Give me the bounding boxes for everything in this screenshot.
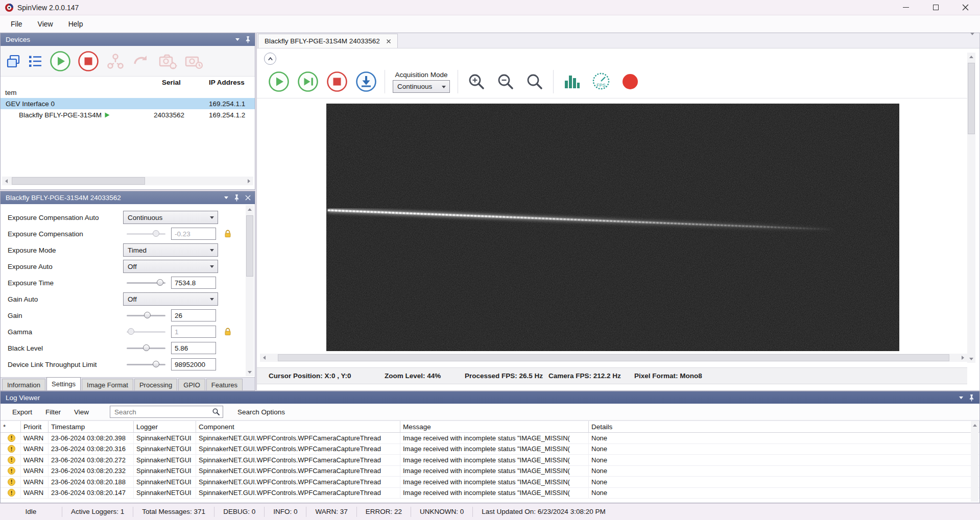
menu-file[interactable]: File xyxy=(3,17,30,31)
column-header-ip[interactable]: IP Address xyxy=(209,79,245,86)
column-header-serial[interactable]: Serial xyxy=(162,79,181,86)
scrollbar-thumb[interactable] xyxy=(12,177,145,185)
column-header-timestamp[interactable]: Timestamp xyxy=(49,421,134,432)
collapse-toolbar-button[interactable] xyxy=(264,53,276,65)
record-icon[interactable] xyxy=(619,71,641,92)
panel-menu-chevron-icon[interactable] xyxy=(235,38,240,41)
save-images-icon[interactable] xyxy=(355,71,377,92)
log-row[interactable]: ! WARN 23-06-2024 03:08:20.316 Spinnaker… xyxy=(1,444,979,455)
lock-icon[interactable] xyxy=(224,230,232,238)
scroll-left-button[interactable] xyxy=(260,354,269,362)
log-menu-view[interactable]: View xyxy=(67,406,95,418)
settings-vertical-scrollbar[interactable] xyxy=(246,205,254,376)
tab-settings[interactable]: Settings xyxy=(46,377,81,390)
stop-icon[interactable] xyxy=(326,71,348,92)
column-header-component[interactable]: Component xyxy=(196,421,400,432)
scrollbar-thumb[interactable] xyxy=(246,215,253,277)
scroll-up-button[interactable] xyxy=(967,53,975,61)
exposure-compensation-auto-dropdown[interactable]: Continuous xyxy=(123,211,218,224)
close-button[interactable] xyxy=(950,0,980,15)
scroll-right-button[interactable] xyxy=(245,177,253,185)
search-options-button[interactable]: Search Options xyxy=(231,406,292,418)
exposure-compensation-input[interactable] xyxy=(171,228,216,240)
log-row[interactable]: ! WARN 23-06-2024 03:08:20.147 Spinnaker… xyxy=(1,488,979,499)
black-level-slider[interactable] xyxy=(127,341,165,355)
scrollbar-thumb[interactable] xyxy=(968,63,975,134)
image-horizontal-scrollbar[interactable] xyxy=(260,354,967,362)
panel-menu-chevron-icon[interactable] xyxy=(224,196,228,199)
log-menu-filter[interactable]: Filter xyxy=(39,406,67,418)
pin-icon[interactable] xyxy=(969,394,974,402)
column-header-details[interactable]: Details xyxy=(589,421,979,432)
acquisition-mode-dropdown[interactable]: Continuous xyxy=(393,80,450,93)
gamma-input[interactable] xyxy=(171,326,216,338)
log-row[interactable]: ! WARN 23-06-2024 03:08:20.188 Spinnaker… xyxy=(1,477,979,488)
tab-features[interactable]: Features xyxy=(206,379,243,390)
exposure-time-slider[interactable] xyxy=(127,276,165,289)
tab-gpio[interactable]: GPIO xyxy=(178,379,205,390)
tab-overflow-chevron-icon[interactable] xyxy=(970,35,974,43)
column-header-star[interactable]: * xyxy=(1,421,21,432)
column-header-item[interactable]: tem xyxy=(5,89,17,96)
black-level-input[interactable] xyxy=(171,342,216,354)
exposure-compensation-slider[interactable] xyxy=(127,227,165,240)
scroll-down-button[interactable] xyxy=(246,368,254,376)
device-link-throughput-slider[interactable] xyxy=(127,358,165,371)
scroll-up-button[interactable] xyxy=(971,421,979,429)
panel-close-icon[interactable] xyxy=(245,195,251,201)
play-icon[interactable] xyxy=(268,71,290,92)
scroll-right-button[interactable] xyxy=(959,354,967,362)
log-vertical-scrollbar[interactable] xyxy=(971,421,978,502)
gain-auto-dropdown[interactable]: Off xyxy=(123,292,218,306)
image-tab[interactable]: Blackfly BFLY-PGE-31S4M 24033562 xyxy=(258,34,398,48)
slider-thumb[interactable] xyxy=(144,312,151,318)
scroll-down-button[interactable] xyxy=(967,355,975,363)
start-acquisition-icon[interactable] xyxy=(50,51,71,72)
zoom-in-icon[interactable] xyxy=(466,71,487,92)
menu-help[interactable]: Help xyxy=(61,17,91,31)
gamma-slider[interactable] xyxy=(127,325,165,338)
play-single-frame-icon[interactable] xyxy=(297,71,319,92)
panel-menu-chevron-icon[interactable] xyxy=(959,397,963,399)
column-header-priority[interactable]: Priorit xyxy=(21,421,49,432)
menu-view[interactable]: View xyxy=(30,17,61,31)
device-link-throughput-input[interactable] xyxy=(171,358,216,370)
pin-icon[interactable] xyxy=(234,194,240,202)
log-menu-export[interactable]: Export xyxy=(6,406,39,418)
tab-close-icon[interactable] xyxy=(386,39,391,44)
log-row[interactable]: ! WARN 23-06-2024 03:08:20.398 Spinnaker… xyxy=(1,433,979,444)
log-row[interactable]: ! WARN 23-06-2024 03:08:20.232 Spinnaker… xyxy=(1,466,979,477)
log-row[interactable]: ! WARN 23-06-2024 03:08:20.272 Spinnaker… xyxy=(1,455,979,466)
scrollbar-thumb[interactable] xyxy=(278,354,949,361)
image-vertical-scrollbar[interactable] xyxy=(967,53,975,363)
device-row-interface[interactable]: GEV Interface 0 169.254.1.1 xyxy=(1,98,255,109)
exposure-auto-dropdown[interactable]: Off xyxy=(123,260,218,273)
camera-image[interactable] xyxy=(326,104,899,351)
histogram-icon[interactable] xyxy=(561,71,583,92)
gain-slider[interactable] xyxy=(127,309,165,322)
tab-processing[interactable]: Processing xyxy=(134,379,177,390)
device-row-camera[interactable]: Blackfly BFLY-PGE-31S4M 24033562 169.254… xyxy=(1,109,255,120)
scroll-left-button[interactable] xyxy=(2,177,11,185)
slider-thumb[interactable] xyxy=(153,361,159,367)
slider-thumb[interactable] xyxy=(143,344,150,351)
slider-thumb[interactable] xyxy=(153,230,159,237)
exposure-mode-dropdown[interactable]: Timed xyxy=(123,243,218,257)
devices-horizontal-scrollbar[interactable] xyxy=(2,177,253,185)
column-header-logger[interactable]: Logger xyxy=(134,421,196,432)
scroll-up-button[interactable] xyxy=(246,205,254,213)
exposure-time-input[interactable] xyxy=(171,277,216,289)
fps-gauge-icon[interactable]: FPS xyxy=(590,71,612,92)
device-list-icon[interactable] xyxy=(28,54,43,69)
log-search-input[interactable] xyxy=(114,408,212,416)
zoom-out-icon[interactable] xyxy=(495,71,516,92)
new-connection-icon[interactable] xyxy=(6,54,21,69)
search-icon[interactable] xyxy=(212,408,220,416)
column-header-message[interactable]: Message xyxy=(400,421,589,432)
slider-thumb[interactable] xyxy=(157,279,163,286)
gain-input[interactable] xyxy=(171,309,216,321)
minimize-button[interactable] xyxy=(891,0,921,15)
tab-image-format[interactable]: Image Format xyxy=(82,379,133,390)
slider-thumb[interactable] xyxy=(128,328,134,335)
maximize-button[interactable] xyxy=(921,0,950,15)
